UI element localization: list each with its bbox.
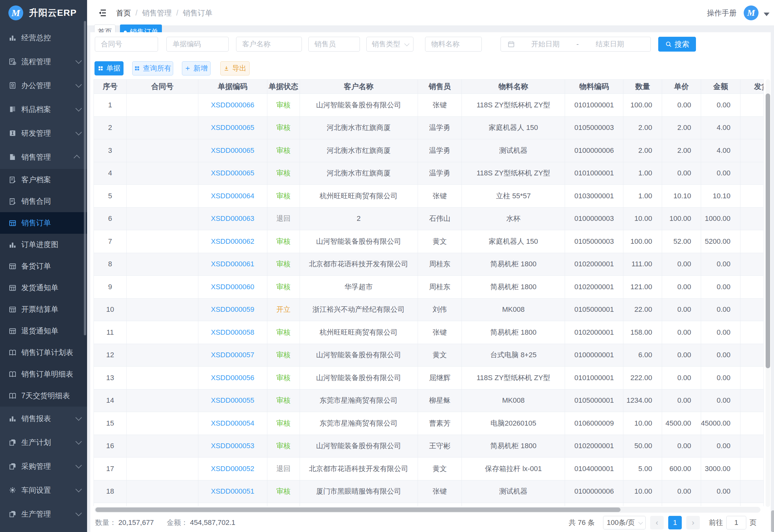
sidebar-item-invoice-settlement[interactable]: 开票结算单 — [0, 299, 87, 320]
breadcrumb-home[interactable]: 首页 — [116, 8, 131, 18]
salesperson-input[interactable] — [308, 37, 360, 52]
table-row[interactable]: 17 XSDD000052 退回 北京都市花语科技开发有限公司 黄文 保存箱拉杆… — [94, 458, 764, 480]
manual-link[interactable]: 操作手册 — [707, 8, 737, 18]
col-header-amount[interactable]: 金额 — [701, 80, 740, 94]
table-row[interactable]: 11 XSDD000058 审核 杭州旺旺旺商贸有限公司 张键 简易机柜 180… — [94, 321, 764, 344]
horizontal-scrollbar-track[interactable] — [94, 507, 760, 513]
sidebar-item-stock-order[interactable]: 备货订单 — [0, 255, 87, 277]
table-row[interactable]: 12 XSDD000057 审核 山河智能装备股份有限公司 黄文 台式电脑 8+… — [94, 344, 764, 367]
table-vertical-scrollbar-thumb[interactable] — [766, 94, 770, 368]
table-row[interactable]: 4 XSDD000065 审核 河北衡水市红旗商厦 温学勇 118S ZY型纸杯… — [94, 162, 764, 185]
breadcrumb-sales-mgmt[interactable]: 销售管理 — [142, 8, 172, 18]
end-date-placeholder[interactable]: 结束日期 — [584, 39, 636, 49]
table-row[interactable]: 7 XSDD000062 审核 山河智能装备股份有限公司 黄文 家庭机器人 15… — [94, 230, 764, 253]
sidebar-item-order-plan-report[interactable]: 销售订单计划表 — [0, 342, 87, 363]
col-header-material[interactable]: 物料名称 — [462, 80, 565, 94]
sidebar-item-rd-mgmt[interactable]: 研发管理 — [0, 121, 87, 145]
prev-page-button[interactable]: ‹ — [650, 516, 664, 529]
sidebar-item-sales-mgmt[interactable]: 销售管理 — [0, 145, 87, 169]
current-page-button[interactable]: 1 — [668, 516, 682, 529]
horizontal-scrollbar-thumb[interactable] — [95, 507, 620, 512]
cell-doc-no-link[interactable]: XSDD000064 — [198, 185, 267, 208]
avatar[interactable]: M — [744, 5, 759, 20]
search-button[interactable]: 搜索 — [658, 37, 696, 52]
table-row[interactable]: 6 XSDD000063 退回 2 石伟山 水杯 0100000003 10.0… — [94, 208, 764, 231]
sidebar-item-production-plan[interactable]: 生产计划 — [0, 430, 87, 454]
cell-doc-no-link[interactable]: XSDD000065 — [198, 139, 267, 162]
cell-doc-no-link[interactable]: XSDD000059 — [198, 299, 267, 321]
table-row[interactable]: 1 XSDD000066 审核 山河智能装备股份有限公司 张键 118S ZY型… — [94, 94, 764, 117]
cell-doc-no-link[interactable]: XSDD000060 — [198, 276, 267, 299]
cell-doc-no-link[interactable]: XSDD000063 — [198, 208, 267, 231]
cell-doc-no-link[interactable]: XSDD000051 — [198, 480, 267, 503]
query-all-button[interactable]: 查询所有 — [132, 61, 173, 75]
table-row[interactable]: 14 XSDD000055 审核 东莞市星瀚商贸有限公司 柳星稣 MK008 0… — [94, 389, 764, 412]
add-button[interactable]: 新增 — [182, 61, 211, 75]
table-row[interactable]: 16 XSDD000053 审核 山河智能装备股份有限公司 王守彬 简易机柜 1… — [94, 435, 764, 458]
table-row[interactable]: 2 XSDD000065 审核 河北衡水市红旗商厦 温学勇 家庭机器人 150 … — [94, 117, 764, 140]
col-header-contract[interactable]: 合同号 — [127, 80, 198, 94]
table-row[interactable]: 5 XSDD000064 审核 杭州旺旺旺商贸有限公司 张键 立柱 55*57 … — [94, 185, 764, 208]
export-button[interactable]: 导出 — [220, 61, 250, 75]
sidebar-item-material-files[interactable]: 料品档案 — [0, 97, 87, 121]
col-header-shipping-clipped[interactable]: 发货 — [740, 80, 764, 94]
col-header-salesperson[interactable]: 销售员 — [418, 80, 462, 94]
sales-type-select[interactable]: 销售类型 — [366, 37, 413, 52]
cell-doc-no-link[interactable]: XSDD000062 — [198, 230, 267, 253]
sidebar-item-sales-contract[interactable]: 销售合同 — [0, 191, 87, 212]
col-header-doc-no[interactable]: 单据编码 — [198, 80, 267, 94]
table-row[interactable]: 13 XSDD000056 审核 山河智能装备股份有限公司 屈继辉 118S Z… — [94, 367, 764, 389]
table-row[interactable]: 9 XSDD000060 审核 华孚超市 周桂东 简易机柜 1800 01020… — [94, 276, 764, 299]
caret-down-icon[interactable] — [764, 13, 769, 16]
doc-no-input[interactable] — [166, 37, 229, 52]
sidebar-item-office-mgmt[interactable]: 办公管理 — [0, 74, 87, 97]
documents-button[interactable]: 单据 — [94, 61, 124, 75]
date-range-picker[interactable]: 开始日期 - 结束日期 — [501, 37, 651, 52]
sidebar-item-shipping-notice[interactable]: 发货通知单 — [0, 277, 87, 299]
cell-doc-no-link[interactable]: XSDD000055 — [198, 389, 267, 412]
sidebar-scrollbar[interactable] — [84, 21, 86, 335]
col-header-index[interactable]: 序号 — [94, 80, 127, 94]
cell-doc-no-link[interactable]: XSDD000065 — [198, 162, 267, 185]
table-row[interactable]: 8 XSDD000061 审核 北京都市花语科技开发有限公司 周桂东 简易机柜 … — [94, 253, 764, 276]
table-row[interactable]: 18 XSDD000051 审核 厦门市黑眼睛服饰有限公司 张键 测试机器 01… — [94, 480, 764, 503]
sidebar-item-order-detail-report[interactable]: 销售订单明细表 — [0, 363, 87, 385]
sidebar-item-production-mgmt[interactable]: 生产管理 — [0, 502, 87, 526]
cell-doc-no-link[interactable]: XSDD000056 — [198, 367, 267, 389]
cell-doc-no-link[interactable]: XSDD000058 — [198, 321, 267, 344]
cell-doc-no-link[interactable]: XSDD000066 — [198, 94, 267, 117]
sidebar-item-processing-workshop[interactable]: 加工车间 — [0, 526, 87, 532]
sidebar-item-purchase-mgmt[interactable]: 采购管理 — [0, 454, 87, 478]
cell-doc-no-link[interactable]: XSDD000052 — [198, 458, 267, 480]
breadcrumb-sales-order[interactable]: 销售订单 — [183, 8, 213, 18]
goto-page-input[interactable] — [726, 516, 746, 529]
col-header-customer[interactable]: 客户名称 — [300, 80, 418, 94]
start-date-placeholder[interactable]: 开始日期 — [520, 39, 571, 49]
sidebar-item-return-notice[interactable]: 退货通知单 — [0, 320, 87, 342]
sidebar-item-7day-delivery-report[interactable]: 7天交货明细表 — [0, 385, 87, 407]
page-size-select[interactable]: 100条/页 — [603, 516, 646, 529]
sidebar-item-workshop-settings[interactable]: 车间设置 — [0, 478, 87, 502]
cell-doc-no-link[interactable]: XSDD000065 — [198, 117, 267, 140]
table-row[interactable]: 15 XSDD000054 审核 东莞市星瀚商贸有限公司 曹素芳 电脑20260… — [94, 412, 764, 435]
cell-doc-no-link[interactable]: XSDD000053 — [198, 435, 267, 458]
sidebar-item-business-overview[interactable]: 经营总控 — [0, 26, 87, 50]
sidebar-collapse-icon[interactable] — [97, 8, 108, 18]
table-row[interactable]: 3 XSDD000065 审核 河北衡水市红旗商厦 温学勇 测试机器 01000… — [94, 139, 764, 162]
cell-doc-no-link[interactable]: XSDD000057 — [198, 344, 267, 367]
material-input[interactable] — [425, 37, 482, 52]
sidebar-item-customer-files[interactable]: 客户档案 — [0, 169, 87, 191]
col-header-material-code[interactable]: 物料编码 — [565, 80, 623, 94]
next-page-button[interactable]: › — [686, 516, 700, 529]
sidebar-item-order-progress[interactable]: 订单进度图 — [0, 234, 87, 255]
col-header-price[interactable]: 单价 — [662, 80, 701, 94]
col-header-qty[interactable]: 数量 — [623, 80, 662, 94]
contract-no-input[interactable] — [95, 37, 158, 52]
customer-input[interactable] — [236, 37, 302, 52]
sidebar-item-process-mgmt[interactable]: 流程管理 — [0, 50, 87, 74]
table-vertical-scrollbar-track[interactable] — [766, 79, 770, 507]
cell-doc-no-link[interactable]: XSDD000061 — [198, 253, 267, 276]
sidebar-item-sales-reports[interactable]: 销售报表 — [0, 407, 87, 430]
sidebar-item-sales-order[interactable]: 销售订单 — [0, 212, 87, 234]
page-scrollbar-thumb[interactable] — [771, 510, 774, 532]
